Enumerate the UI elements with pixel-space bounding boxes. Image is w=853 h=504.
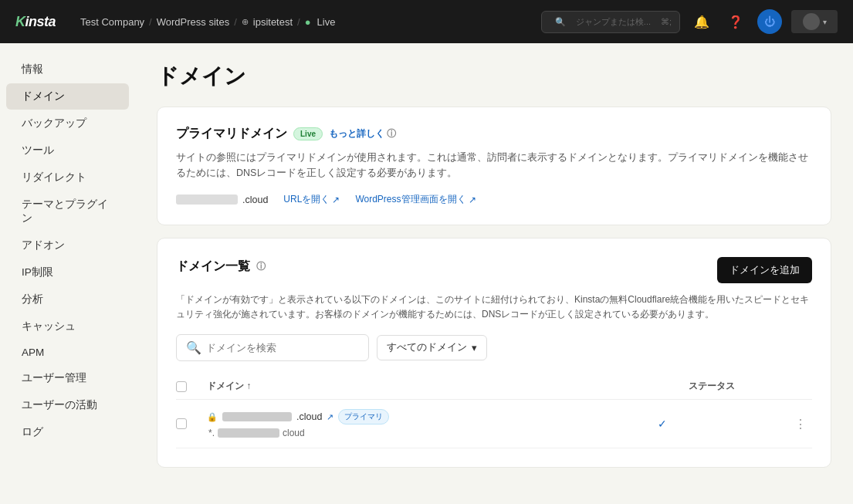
filter-row: 🔍 すべてのドメイン ▾ [176,334,812,361]
wp-admin-external-icon: ↗ [469,194,476,205]
open-url-link[interactable]: URLを開く ↗ [283,193,340,206]
wildcard-prefix: *. [208,428,215,438]
add-domain-button[interactable]: ドメインを追加 [717,257,812,283]
domain-list-title-text: ドメイン一覧 [176,259,250,275]
notifications-icon[interactable]: 🔔 [689,9,714,34]
domain-search-wrap[interactable]: 🔍 [176,334,369,361]
subdomain-suffix: cloud [283,428,305,438]
domain-blurred-text [222,412,292,421]
primary-domain-name: .cloud [176,194,268,205]
open-url-label: URLを開く [283,193,330,206]
domain-primary-row: 🔒 .cloud ↗ プライマリ [207,409,650,425]
sidebar-item-apm[interactable]: APM [6,340,129,364]
primary-domain-card: プライマリドメイン Live もっと詳しく ⓘ サイトの参照にはプライマリドメイ… [157,107,831,225]
primary-domain-title-text: プライマリドメイン [176,126,287,142]
breadcrumb-company[interactable]: Test Company [80,16,144,28]
header-checkbox-col [176,381,199,392]
header: Kinsta Test Company / WordPress sites / … [0,0,853,43]
sidebar-item-redirect[interactable]: リダイレクト [6,164,129,191]
breadcrumb: Test Company / WordPress sites / ⊕ ipsit… [80,16,529,28]
header-right: 🔍 ジャンプまたは検... ⌘; 🔔 ❓ ⏻ ▾ [541,9,838,34]
primary-domain-description: サイトの参照にはプライマリドメインが使用されます。これは通常、訪問者に表示するド… [176,150,812,181]
table-header: ドメイン ↑ ステータス [176,374,812,400]
sidebar-item-analytics[interactable]: 分析 [6,286,129,313]
chevron-down-icon: ▾ [823,18,827,26]
live-badge: Live [293,127,323,140]
lock-icon: 🔒 [207,412,218,422]
domain-blurred-part [176,194,238,205]
domain-list-card: ドメイン一覧 ⓘ ドメインを追加 「ドメインが有効です」と表示されている以下のド… [157,238,831,468]
sidebar-item-cache[interactable]: キャッシュ [6,313,129,340]
wp-icon: ⊕ [242,17,249,27]
domain-wildcard-row: *. cloud [207,428,650,438]
sidebar-item-users[interactable]: ユーザー管理 [6,365,129,391]
status-check-icon: ✓ [658,418,667,430]
info-icon: ⓘ [387,127,396,140]
sidebar-item-themes[interactable]: テーマとプラグイン [6,191,129,232]
breadcrumb-sites[interactable]: WordPress sites [157,16,229,28]
primary-domain-row: .cloud URLを開く ↗ WordPress管理画面を開く ↗ [176,193,812,206]
search-icon: 🔍 [555,17,566,27]
breadcrumb-site-name[interactable]: ipsitetest [253,16,293,28]
row-checkbox-col [176,418,199,429]
primary-domain-title: プライマリドメイン Live もっと詳しく ⓘ [176,126,812,142]
breadcrumb-sep-3: / [297,16,300,28]
breadcrumb-env[interactable]: Live [317,16,336,28]
help-icon[interactable]: ❓ [723,9,748,34]
wp-admin-label: WordPress管理画面を開く [355,193,465,206]
table-row: 🔒 .cloud ↗ プライマリ *. cloud ✓ [176,400,812,448]
domain-list-info-icon[interactable]: ⓘ [256,260,266,273]
search-domain-icon: 🔍 [186,340,201,355]
row-menu-button[interactable]: ⋮ [794,417,807,431]
row-checkbox[interactable] [176,418,187,429]
domain-list-description: 「ドメインが有効です」と表示されている以下のドメインは、このサイトに紐付けられて… [176,293,812,322]
search-placeholder-text: ジャンプまたは検... [576,16,651,28]
layout: 情報 ドメイン バックアップ ツール リダイレクト テーマとプラグイン アドオン… [0,43,853,504]
row-domain-col: 🔒 .cloud ↗ プライマリ *. cloud [207,409,650,438]
page-title: ドメイン [157,62,831,91]
domain-suffix: .cloud [242,194,268,205]
wp-admin-link[interactable]: WordPress管理画面を開く ↗ [355,193,476,206]
external-link-icon: ↗ [332,194,340,205]
domain-external-link-icon[interactable]: ↗ [327,412,333,422]
sidebar-item-info[interactable]: 情報 [6,56,129,83]
domain-filter-select[interactable]: すべてのドメイン ▾ [377,335,487,360]
domain-cloud-suffix: .cloud [296,411,322,422]
domain-list-title: ドメイン一覧 ⓘ [176,259,266,275]
row-status-col: ✓ [658,418,781,430]
power-icon[interactable]: ⏻ [757,9,782,34]
sidebar-item-domain[interactable]: ドメイン [6,83,129,110]
live-dot: ● [305,16,311,28]
breadcrumb-sep-2: / [234,16,237,28]
domain-list-header: ドメイン一覧 ⓘ ドメインを追加 [176,257,812,283]
sidebar-item-logs[interactable]: ログ [6,419,129,445]
global-search[interactable]: 🔍 ジャンプまたは検... ⌘; [541,11,680,33]
sidebar-item-activity[interactable]: ユーザーの活動 [6,392,129,418]
more-details-link[interactable]: もっと詳しく ⓘ [329,127,396,140]
subdomain-blurred [218,428,279,438]
more-details-text: もっと詳しく [329,127,384,140]
search-shortcut: ⌘; [661,17,672,27]
main-content: ドメイン プライマリドメイン Live もっと詳しく ⓘ サイトの参照にはプライ… [135,43,853,504]
filter-chevron-icon: ▾ [472,342,477,353]
row-actions-col: ⋮ [789,417,812,431]
sidebar-item-backup[interactable]: バックアップ [6,110,129,137]
sidebar: 情報 ドメイン バックアップ ツール リダイレクト テーマとプラグイン アドオン… [0,43,135,504]
primary-tag: プライマリ [338,409,389,425]
sidebar-item-ip[interactable]: IP制限 [6,259,129,286]
domain-search-input[interactable] [206,343,359,353]
col-status-header: ステータス [689,380,812,393]
logo[interactable]: Kinsta [15,14,56,30]
sidebar-item-addons[interactable]: アドオン [6,232,129,259]
col-domain-header: ドメイン ↑ [207,380,681,393]
user-avatar[interactable]: ▾ [791,10,838,33]
sidebar-item-tools[interactable]: ツール [6,137,129,164]
avatar-image [803,13,820,30]
filter-label: すべてのドメイン [387,341,467,354]
breadcrumb-sep-1: / [149,16,152,28]
select-all-checkbox[interactable] [176,381,187,392]
